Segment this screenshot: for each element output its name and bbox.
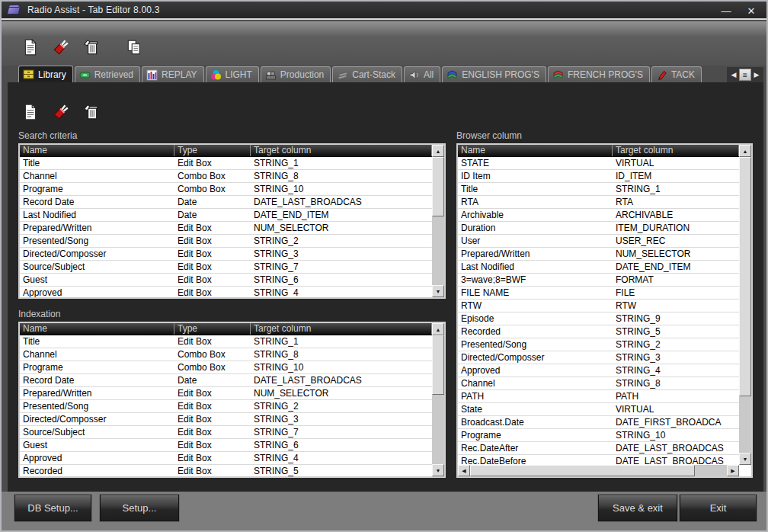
setup-button[interactable]: Setup...: [100, 495, 179, 521]
table-row[interactable]: Prepared/WrittenNUM_SELECTOR: [458, 248, 739, 261]
inner-delete-button[interactable]: [82, 103, 101, 121]
table-row[interactable]: Last NodifiedDateDATE_END_ITEM: [20, 209, 432, 222]
inner-new-button[interactable]: [21, 103, 40, 121]
column-header[interactable]: Target column: [251, 145, 432, 156]
inner-erase-button[interactable]: [52, 103, 70, 121]
scrollbar-thumb[interactable]: [432, 157, 444, 216]
scrollbar-thumb[interactable]: [432, 335, 444, 395]
tab-cart-stack[interactable]: Cart-Stack: [332, 66, 402, 82]
column-header[interactable]: Target column: [613, 145, 739, 156]
column-header[interactable]: Name: [20, 323, 174, 335]
horizontal-scrollbar[interactable]: ◀ ▶: [458, 465, 739, 476]
close-button[interactable]: ✕: [741, 3, 762, 18]
tab-light[interactable]: LIGHT: [206, 66, 259, 82]
table-row[interactable]: Directed/ComposserSTRING_3: [458, 351, 739, 364]
tab-retrieved[interactable]: Retrieved: [75, 66, 140, 82]
table-row[interactable]: RTARTA: [458, 196, 739, 209]
table-row[interactable]: StateVIRTUAL: [458, 403, 739, 416]
table-row[interactable]: RecordedEdit BoxSTRING_5: [20, 465, 432, 476]
scroll-up-icon[interactable]: ▲: [432, 145, 444, 157]
tab-english-prog-s[interactable]: ENGLISH PROG'S: [442, 66, 546, 82]
table-row[interactable]: ProgrameCombo BoxSTRING_10: [20, 361, 432, 374]
table-row[interactable]: Presented/SongSTRING_2: [458, 338, 739, 351]
table-row[interactable]: ID ItemID_ITEM: [458, 170, 739, 183]
table-row[interactable]: UserUSER_REC: [458, 235, 739, 248]
speaker-icon: [408, 69, 420, 81]
tab-list-icon[interactable]: ≡: [739, 69, 751, 81]
table-body: STATEVIRTUALID ItemID_ITEMTitleSTRING_1R…: [458, 157, 739, 465]
tab-french-prog-s[interactable]: FRENCH PROG'S: [548, 66, 650, 82]
table-row[interactable]: Directed/ComposserEdit BoxSTRING_3: [20, 248, 432, 261]
table-row[interactable]: GuestEdit BoxSTRING_6: [20, 439, 432, 452]
copy-button[interactable]: [125, 38, 143, 56]
tab-all[interactable]: All: [404, 66, 440, 82]
table-row[interactable]: Rec.DateAfterDATE_LAST_BROADCAS: [458, 442, 739, 455]
column-header[interactable]: Type: [174, 323, 251, 335]
table-row[interactable]: ApprovedSTRING_4: [458, 364, 739, 377]
tab-production[interactable]: Production: [261, 66, 331, 82]
table-row[interactable]: ApprovedEdit BoxSTRING_4: [20, 287, 432, 297]
table-row[interactable]: GuestEdit BoxSTRING_6: [20, 274, 432, 287]
table-row[interactable]: DurationITEM_DURATION: [458, 222, 739, 235]
scroll-left-icon[interactable]: ◀: [458, 465, 470, 476]
table-row[interactable]: Presented/SongEdit BoxSTRING_2: [20, 400, 432, 413]
table-row[interactable]: Source/SubjectEdit BoxSTRING_7: [20, 261, 432, 274]
table-row[interactable]: TitleEdit BoxSTRING_1: [20, 335, 432, 348]
table-row[interactable]: ProgrameSTRING_10: [458, 429, 739, 442]
table-row[interactable]: Record DateDateDATE_LAST_BROADCAS: [20, 196, 432, 209]
minimize-button[interactable]: —: [715, 3, 738, 18]
table-row[interactable]: Directed/ComposserEdit BoxSTRING_3: [20, 413, 432, 426]
save-exit-button[interactable]: Save & exit: [598, 495, 677, 521]
table-row[interactable]: ProgrameCombo BoxSTRING_10: [20, 183, 432, 196]
vertical-scrollbar[interactable]: ▲ ▼: [739, 145, 751, 465]
table-cell: STRING_5: [613, 325, 739, 338]
scroll-up-icon[interactable]: ▲: [739, 145, 751, 157]
new-button[interactable]: [21, 38, 40, 56]
erase-button[interactable]: [52, 38, 70, 56]
tab-scroll-left-icon[interactable]: ◀: [728, 69, 739, 81]
table-row[interactable]: ChannelCombo BoxSTRING_8: [20, 170, 432, 183]
table-row[interactable]: PATHPATH: [458, 390, 739, 403]
table-row[interactable]: FILE NAMEFILE: [458, 287, 739, 300]
table-row[interactable]: Last NodifiedDATE_END_ITEM: [458, 261, 739, 274]
table-row[interactable]: TitleEdit BoxSTRING_1: [20, 157, 432, 170]
tab-replay[interactable]: REPLAY: [142, 66, 203, 82]
table-row[interactable]: ChannelCombo BoxSTRING_8: [20, 348, 432, 361]
table-row[interactable]: RecordedSTRING_5: [458, 325, 739, 338]
table-row[interactable]: 3=wave;8=BWFFORMAT: [458, 274, 739, 287]
table-row[interactable]: Presented/SongEdit BoxSTRING_2: [20, 235, 432, 248]
table-row[interactable]: Prepared/WrittenEdit BoxNUM_SELECTOR: [20, 387, 432, 400]
table-row[interactable]: TitleSTRING_1: [458, 183, 739, 196]
column-header[interactable]: Name: [20, 145, 174, 156]
scroll-down-icon[interactable]: ▼: [432, 464, 444, 476]
table-row[interactable]: ApprovedEdit BoxSTRING_4: [20, 452, 432, 465]
vertical-scrollbar[interactable]: ▲ ▼: [432, 145, 444, 297]
exit-button[interactable]: Exit: [680, 495, 757, 521]
tab-library[interactable]: Library: [18, 66, 73, 82]
tab-tack[interactable]: TACK: [651, 66, 702, 82]
scroll-right-icon[interactable]: ▶: [727, 465, 739, 476]
tab-scroll-right-icon[interactable]: ▶: [751, 69, 762, 81]
table-row[interactable]: ChannelSTRING_8: [458, 377, 739, 390]
column-header[interactable]: Type: [174, 145, 251, 156]
table-row[interactable]: ArchivableARCHIVABLE: [458, 209, 739, 222]
table-row[interactable]: Record DateDateDATE_LAST_BROADCAS: [20, 374, 432, 387]
table-row[interactable]: RTWRTW: [458, 300, 739, 312]
table-row[interactable]: EpisodeSTRING_9: [458, 312, 739, 325]
scrollbar-thumb[interactable]: [470, 465, 695, 476]
table-row[interactable]: STATEVIRTUAL: [458, 157, 739, 170]
column-header[interactable]: Name: [458, 145, 613, 156]
scroll-up-icon[interactable]: ▲: [432, 323, 444, 335]
db-setup-button[interactable]: DB Setup...: [14, 495, 91, 521]
table-row[interactable]: Rec.DateBeforeDATE_LAST_BROADCAS: [458, 455, 739, 465]
delete-button[interactable]: [82, 38, 101, 56]
scroll-down-icon[interactable]: ▼: [432, 285, 444, 297]
vertical-scrollbar[interactable]: ▲ ▼: [432, 323, 444, 476]
table-cell: Edit Box: [174, 274, 251, 286]
table-row[interactable]: Broadcast.DateDATE_FIRST_BROADCA: [458, 416, 739, 429]
table-row[interactable]: Prepared/WrittenEdit BoxNUM_SELECTOR: [20, 222, 432, 235]
column-header[interactable]: Target column: [251, 323, 432, 335]
scrollbar-thumb[interactable]: [739, 157, 751, 396]
table-row[interactable]: Source/SubjectEdit BoxSTRING_7: [20, 426, 432, 439]
scroll-down-icon[interactable]: ▼: [739, 453, 751, 465]
